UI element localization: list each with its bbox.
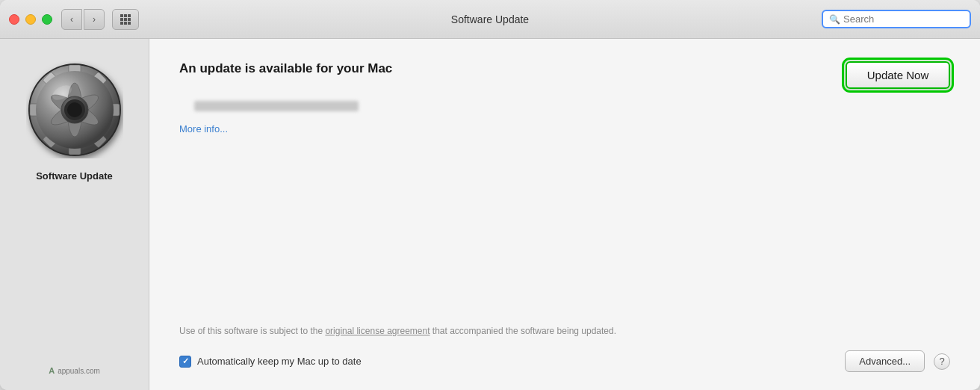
update-now-button[interactable]: Update Now [846, 61, 950, 89]
search-icon: 🔍 [829, 14, 840, 25]
bottom-row: ✓ Automatically keep my Mac up to date A… [179, 350, 950, 372]
maximize-button[interactable] [42, 14, 52, 25]
forward-button[interactable]: › [84, 9, 105, 30]
watermark-text: A [49, 366, 55, 375]
auto-update-label: Automatically keep my Mac up to date [197, 356, 362, 367]
software-update-icon [26, 61, 123, 158]
watermark: A appuals.com [49, 366, 100, 375]
advanced-button[interactable]: Advanced... [845, 350, 925, 372]
window: ‹ › Software Update 🔍 [0, 0, 980, 390]
window-title: Software Update [451, 13, 529, 25]
forward-icon: › [93, 14, 96, 25]
checkmark-icon: ✓ [182, 356, 189, 366]
update-list [194, 101, 950, 114]
main-content: Software Update A appuals.com An update … [0, 39, 980, 390]
nav-buttons: ‹ › [61, 9, 105, 30]
more-info-link[interactable]: More info... [179, 123, 950, 134]
license-text-part1: Use of this software is subject to the [179, 326, 325, 336]
close-button[interactable] [9, 14, 19, 25]
update-item-blurred-text [194, 101, 359, 111]
sidebar-label: Software Update [36, 170, 113, 182]
update-title: An update is available for your Mac [179, 61, 392, 76]
update-header: An update is available for your Mac Upda… [179, 61, 950, 89]
grid-view-button[interactable] [112, 9, 139, 30]
help-button[interactable]: ? [934, 353, 950, 370]
svg-point-16 [67, 102, 82, 117]
license-link[interactable]: original license agreement [325, 326, 429, 336]
back-button[interactable]: ‹ [61, 9, 82, 30]
checkbox-container: ✓ Automatically keep my Mac up to date [179, 356, 836, 368]
grid-icon [120, 14, 131, 25]
content-panel: An update is available for your Mac Upda… [149, 39, 980, 390]
license-text: Use of this software is subject to the o… [179, 324, 642, 338]
spacer [179, 158, 950, 324]
titlebar: ‹ › Software Update 🔍 [0, 0, 980, 39]
search-input[interactable] [843, 13, 964, 25]
gear-icon-container [26, 61, 123, 158]
traffic-lights [9, 14, 52, 25]
list-item [194, 101, 950, 111]
watermark-site: appuals.com [58, 367, 100, 375]
license-text-part2: that accompanied the software being upda… [430, 326, 617, 336]
back-icon: ‹ [70, 14, 73, 25]
auto-update-checkbox[interactable]: ✓ [179, 356, 191, 368]
minimize-button[interactable] [25, 14, 36, 25]
sidebar: Software Update A appuals.com [0, 39, 149, 390]
search-box[interactable]: 🔍 [822, 10, 971, 28]
